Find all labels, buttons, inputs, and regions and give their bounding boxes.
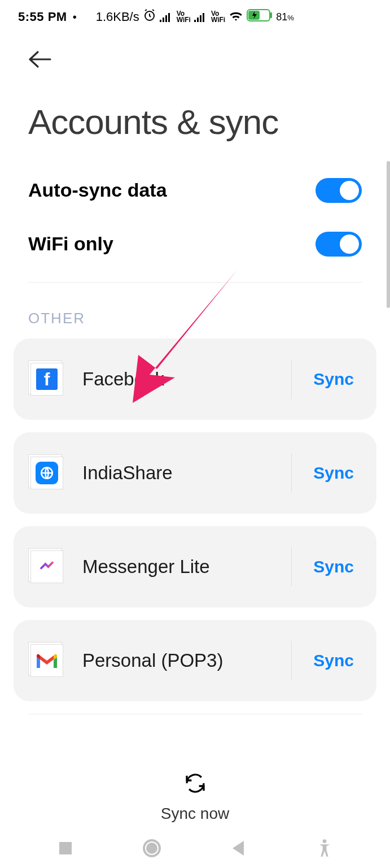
vowifi-1-label: Vo WiFi xyxy=(177,11,191,23)
account-row-messenger-lite[interactable]: Messenger Lite Sync xyxy=(14,526,376,607)
sync-button[interactable]: Sync xyxy=(308,651,360,670)
square-icon xyxy=(58,841,73,856)
svg-rect-3 xyxy=(165,15,167,22)
sync-now-label: Sync now xyxy=(161,805,229,823)
scroll-indicator xyxy=(387,161,390,308)
nav-home-button[interactable] xyxy=(139,836,164,861)
back-button[interactable] xyxy=(26,45,54,73)
alarm-icon xyxy=(143,8,156,25)
section-header-other: OTHER xyxy=(0,283,390,338)
svg-rect-7 xyxy=(200,15,201,22)
battery-percent: 81% xyxy=(276,11,294,23)
messenger-lite-icon xyxy=(30,550,63,583)
sync-button[interactable]: Sync xyxy=(308,463,360,483)
vowifi-2-label: Vo WiFi xyxy=(211,11,225,23)
account-label: Facebook xyxy=(82,368,275,390)
sync-button[interactable]: Sync xyxy=(308,370,360,389)
wifi-icon xyxy=(229,10,243,24)
page-title: Accounts & sync xyxy=(28,102,362,142)
status-time: 5:55 PM xyxy=(18,10,67,24)
gmail-icon xyxy=(30,644,63,677)
auto-sync-row[interactable]: Auto-sync data xyxy=(28,163,362,217)
status-network-speed: 1.6KB/s xyxy=(96,10,139,24)
account-row-facebook[interactable]: f Facebook Sync xyxy=(14,338,376,420)
facebook-icon: f xyxy=(30,363,63,396)
svg-rect-1 xyxy=(160,20,161,22)
wifi-only-toggle[interactable] xyxy=(315,232,362,257)
svg-point-15 xyxy=(146,843,157,854)
account-row-indiashare[interactable]: IndiaShare Sync xyxy=(14,432,376,514)
svg-rect-8 xyxy=(203,13,204,22)
svg-rect-11 xyxy=(270,12,272,18)
accessibility-icon xyxy=(317,839,332,858)
auto-sync-toggle[interactable] xyxy=(315,178,362,203)
svg-rect-2 xyxy=(163,18,164,22)
circle-icon xyxy=(142,838,162,858)
svg-rect-6 xyxy=(197,18,199,22)
svg-rect-13 xyxy=(59,842,72,854)
nav-accessibility-button[interactable] xyxy=(312,836,337,861)
signal-bars-2-icon xyxy=(194,12,208,22)
svg-rect-5 xyxy=(194,20,196,22)
nav-bar xyxy=(0,828,390,868)
account-row-personal-pop3[interactable]: Personal (POP3) Sync xyxy=(14,620,376,701)
wifi-only-label: WiFi only xyxy=(28,233,113,255)
account-label: Personal (POP3) xyxy=(82,650,275,671)
wifi-only-row[interactable]: WiFi only xyxy=(28,217,362,271)
sync-now-button[interactable]: Sync now xyxy=(0,772,390,823)
nav-back-button[interactable] xyxy=(226,836,251,861)
sync-icon xyxy=(184,772,207,797)
svg-point-16 xyxy=(322,839,326,843)
status-bar: 5:55 PM • 1.6KB/s Vo WiFi Vo WiFi 81% xyxy=(0,0,390,34)
indiashare-icon xyxy=(30,457,63,489)
svg-rect-4 xyxy=(168,13,170,22)
battery-icon xyxy=(247,9,273,25)
signal-bars-1-icon xyxy=(160,12,173,22)
account-label: Messenger Lite xyxy=(82,556,275,578)
auto-sync-label: Auto-sync data xyxy=(28,179,167,201)
account-label: IndiaShare xyxy=(82,462,275,484)
nav-recents-button[interactable] xyxy=(53,836,78,861)
divider xyxy=(28,714,362,714)
sync-button[interactable]: Sync xyxy=(308,557,360,576)
status-dot: • xyxy=(73,11,77,24)
arrow-left-icon xyxy=(28,50,52,69)
triangle-left-icon xyxy=(230,840,246,857)
